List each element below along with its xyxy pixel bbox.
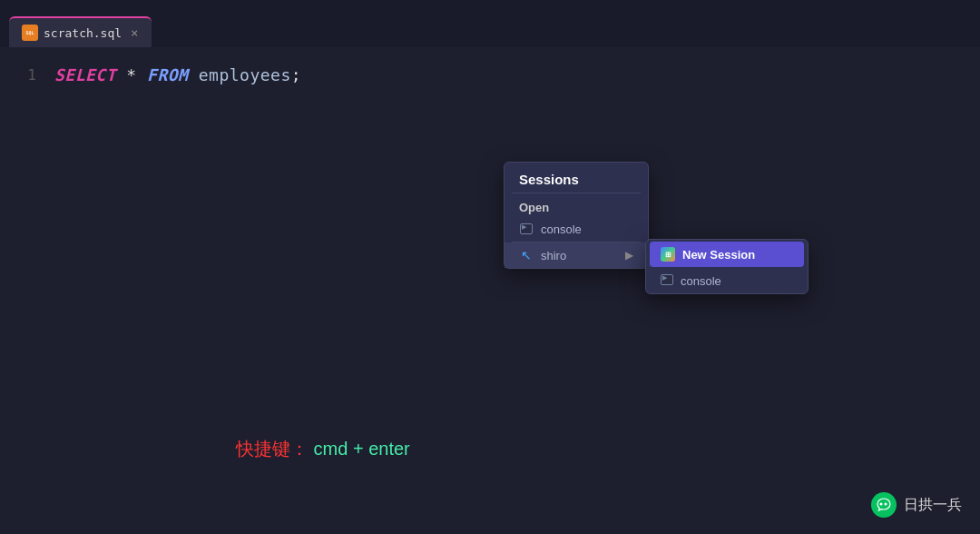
shortcut-keys: cmd + enter [314, 439, 410, 459]
keyword-from: FROM [147, 65, 188, 84]
shiro-submenu: ⊞ New Session console [645, 239, 808, 294]
new-session-label: New Session [682, 248, 755, 262]
shiro-item-label: shiro [541, 249, 566, 262]
sql-file-icon [22, 25, 38, 41]
shortcut-hint: 快捷键： cmd + enter [236, 437, 410, 461]
op-star: * [116, 65, 147, 84]
console-icon [519, 222, 534, 236]
line-number-1: 1 [0, 66, 54, 84]
shiro-item[interactable]: ↖ shiro ▶ ⊞ New Session console [505, 242, 648, 268]
sessions-dropdown: Sessions Open console ↖ shiro ▶ ⊞ New Se [504, 162, 649, 269]
code-content: SELECT * FROM employees; [54, 65, 301, 84]
shiro-cursor-icon: ↖ [519, 248, 534, 262]
submenu-console-item[interactable]: console [646, 269, 808, 293]
watermark: 日拱一兵 [871, 492, 962, 518]
console-item-label: console [541, 222, 582, 236]
shortcut-prefix: 快捷键： [236, 439, 309, 459]
sessions-title: Sessions [505, 163, 648, 193]
svg-point-0 [880, 503, 883, 506]
code-line-1: 1 SELECT * FROM employees; [0, 62, 980, 88]
sessions-open-label: Open [505, 193, 648, 216]
watermark-channel: 日拱一兵 [904, 496, 962, 515]
sessions-console-item[interactable]: console [505, 216, 648, 242]
semicolon: ; [291, 65, 301, 84]
keyword-select: SELECT [54, 65, 116, 84]
submenu-console-icon [661, 274, 673, 288]
code-editor[interactable]: 1 SELECT * FROM employees; [0, 47, 980, 410]
sessions-panel: Sessions Open console ↖ shiro ▶ ⊞ New Se [504, 162, 649, 269]
tab-close-button[interactable]: × [131, 25, 138, 40]
wechat-icon [871, 492, 897, 518]
editor-container: scratch.sql × 1 SELECT * FROM employees;… [0, 0, 980, 534]
new-session-icon: ⊞ [661, 247, 675, 262]
tab-filename: scratch.sql [44, 26, 122, 40]
scratch-sql-tab[interactable]: scratch.sql × [9, 16, 152, 47]
svg-point-1 [885, 503, 887, 506]
submenu-arrow-icon: ▶ [625, 249, 633, 262]
table-name: employees [188, 65, 290, 84]
tab-bar: scratch.sql × [0, 0, 980, 47]
submenu-console-small-icon [661, 274, 673, 285]
submenu-console-label: console [681, 274, 721, 288]
new-session-item[interactable]: ⊞ New Session [650, 242, 804, 267]
console-small-icon [520, 223, 533, 234]
